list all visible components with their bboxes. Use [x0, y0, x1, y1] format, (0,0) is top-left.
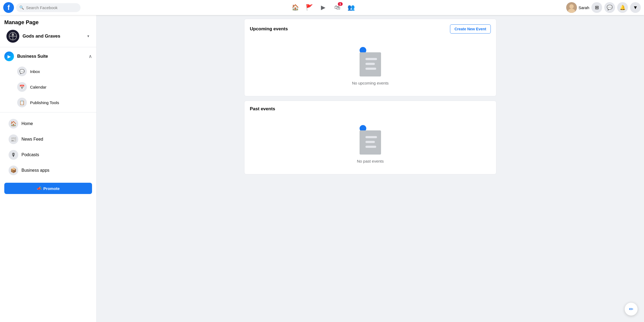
past-events-title: Past events [250, 106, 275, 112]
suite-header-left: ▶ Business Suite [4, 52, 48, 61]
suite-item-publishing-tools[interactable]: 📋 Publishing Tools [15, 95, 94, 110]
nav-item-business-apps-label: Business apps [21, 168, 49, 173]
promote-label: Promote [43, 186, 60, 191]
upcoming-empty-icon [357, 47, 384, 76]
page-dropdown-icon: ▼ [87, 34, 90, 38]
business-apps-icon: 📦 [9, 166, 18, 175]
divider-2 [0, 112, 96, 112]
suite-item-calendar[interactable]: 📅 Calendar [15, 79, 94, 94]
suite-item-calendar-label: Calendar [30, 85, 46, 89]
news-feed-icon: 📰 [9, 134, 18, 144]
inbox-icon: 💬 [17, 67, 27, 76]
search-icon: 🔍 [19, 5, 24, 10]
past-events-header: Past events [250, 106, 491, 112]
past-empty-icon [357, 125, 384, 155]
upcoming-events-header: Upcoming events Create New Event [250, 24, 491, 34]
home-nav-icon: 🏠 [9, 119, 18, 129]
svg-point-6 [12, 34, 14, 36]
user-profile-button[interactable]: Sarah [566, 2, 589, 13]
nav-store-button[interactable]: 🛍 1 [331, 1, 344, 14]
events-content-area: Upcoming events Create New Event No upco… [239, 13, 502, 184]
top-navigation: f 🔍 🏠 🚩 ▶ 🛍 1 👥 Sarah ⊞ 💬 🔔 ▼ [0, 0, 644, 15]
nav-home-button[interactable]: 🏠 [289, 1, 302, 14]
page-name-label: Gods and Graves [23, 34, 87, 39]
nav-flag-button[interactable]: 🚩 [303, 1, 316, 14]
page-identity-section[interactable]: Gods and Graves ▼ [2, 28, 94, 45]
nav-video-button[interactable]: ▶ [317, 1, 330, 14]
suite-item-inbox-label: Inbox [30, 69, 40, 74]
notification-badge: 1 [338, 2, 343, 6]
create-new-event-button[interactable]: Create New Event [450, 24, 491, 34]
past-events-empty-state: No past events [250, 117, 491, 169]
avatar [566, 2, 577, 13]
nav-items-list: 🏠 Home 📰 News Feed 🎙 Podcasts 📦 Business… [0, 115, 96, 180]
page-logo-avatar [6, 30, 19, 43]
past-events-card: Past events No past events [244, 101, 496, 174]
svg-point-1 [569, 4, 574, 9]
promote-icon: 📣 [37, 186, 42, 191]
compose-icon: ✏ [629, 306, 634, 307]
notifications-button[interactable]: 🔔 [617, 2, 628, 13]
nav-item-podcasts-label: Podcasts [21, 152, 39, 157]
nav-item-home-label: Home [21, 121, 33, 126]
suite-item-inbox[interactable]: 💬 Inbox [15, 64, 94, 79]
main-content: Home About Events Videos More ▼ 📣 Promot… [97, 0, 644, 307]
nav-item-podcasts[interactable]: 🎙 Podcasts [2, 147, 94, 162]
apps-menu-button[interactable]: ⊞ [591, 2, 602, 13]
user-name: Sarah [579, 5, 589, 10]
nav-right-section: Sarah ⊞ 💬 🔔 ▼ [566, 2, 641, 13]
suite-collapse-button[interactable]: ∧ [89, 53, 92, 59]
messenger-button[interactable]: 💬 [604, 2, 615, 13]
business-suite-label: Business Suite [17, 54, 48, 59]
business-suite-header[interactable]: ▶ Business Suite ∧ [0, 49, 96, 63]
upcoming-events-empty-state: No upcoming events [250, 39, 491, 91]
upcoming-empty-text: No upcoming events [352, 81, 389, 85]
business-suite-icon: ▶ [4, 52, 14, 61]
calendar-icon: 📅 [17, 82, 27, 92]
nav-item-news-feed-label: News Feed [21, 137, 43, 142]
divider-1 [0, 47, 96, 47]
sidebar: Manage Page Gods and Graves ▼ ▶ Business… [0, 15, 97, 307]
past-empty-text: No past events [357, 159, 384, 163]
search-input[interactable] [26, 5, 77, 10]
suite-items-list: 💬 Inbox 📅 Calendar 📋 Publishing Tools [0, 64, 96, 110]
nav-center-icons: 🏠 🚩 ▶ 🛍 1 👥 [80, 1, 566, 14]
podcasts-icon: 🎙 [9, 150, 18, 160]
sidebar-promote-button[interactable]: 📣 Promote [4, 183, 92, 194]
nav-people-button[interactable]: 👥 [345, 1, 358, 14]
upcoming-events-card: Upcoming events Create New Event No upco… [244, 19, 496, 96]
search-bar[interactable]: 🔍 [16, 3, 80, 12]
upcoming-events-title: Upcoming events [250, 26, 288, 32]
facebook-logo[interactable]: f [3, 2, 14, 13]
suite-item-publishing-label: Publishing Tools [30, 100, 59, 105]
publishing-tools-icon: 📋 [17, 98, 27, 107]
account-menu-button[interactable]: ▼ [630, 2, 641, 13]
nav-item-business-apps[interactable]: 📦 Business apps [2, 163, 94, 178]
sidebar-title: Manage Page [0, 15, 96, 27]
nav-item-news-feed[interactable]: 📰 News Feed [2, 132, 94, 147]
nav-item-home[interactable]: 🏠 Home [2, 116, 94, 131]
